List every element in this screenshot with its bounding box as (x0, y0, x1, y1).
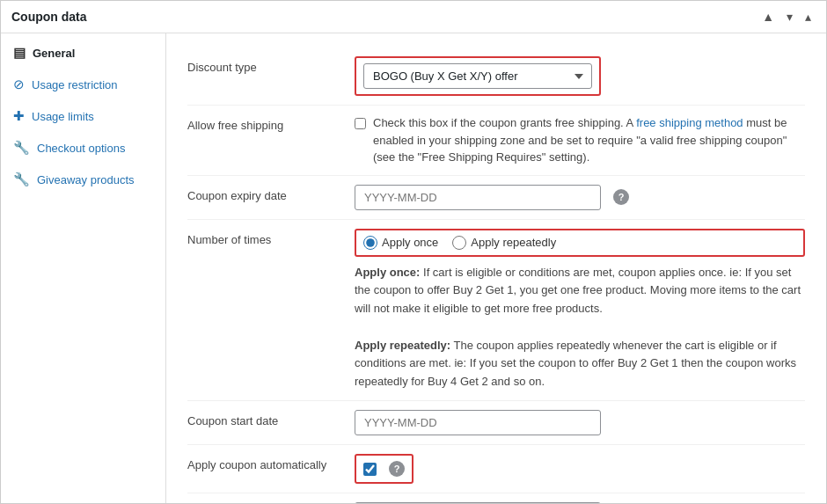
apply-repeatedly-radio[interactable] (452, 236, 466, 250)
sidebar-item-general[interactable]: ▤ General (1, 37, 165, 69)
apply-desc: Apply once: If cart is eligible or condi… (355, 264, 805, 392)
apply-automatically-help-icon[interactable]: ? (389, 461, 405, 477)
apply-automatically-label-text: Apply coupon automatically (187, 458, 326, 471)
free-shipping-checkbox[interactable] (355, 117, 366, 130)
collapse-down-button[interactable]: ▾ (782, 8, 797, 26)
number-of-times-label: Number of times (187, 229, 355, 246)
number-of-times-value: Apply once Apply repeatedly Apply once: … (355, 229, 805, 392)
number-of-times-highlight: Apply once Apply repeatedly (355, 229, 805, 257)
apply-once-label[interactable]: Apply once (363, 236, 438, 250)
sidebar-item-usage-limits[interactable]: ✚ Usage limits (1, 100, 165, 132)
discount-type-select[interactable]: Percentage discount Fixed cart discount … (363, 63, 592, 89)
free-shipping-value: Check this box if the coupon grants free… (355, 114, 805, 166)
apply-once-radio[interactable] (363, 236, 377, 250)
expiry-date-help-icon[interactable]: ? (613, 189, 629, 205)
discount-type-value: Percentage discount Fixed cart discount … (355, 56, 805, 96)
content-area: Discount type Percentage discount Fixed … (166, 33, 826, 503)
expiry-date-input[interactable] (355, 185, 601, 210)
start-date-label: Coupon start date (187, 410, 355, 427)
usage-restriction-icon: ⊘ (13, 77, 25, 92)
title-bar: Coupon data ▲ ▾ ▴ (1, 1, 826, 33)
free-shipping-label: Allow free shipping (187, 114, 355, 132)
sidebar: ▤ General ⊘ Usage restriction ✚ Usage li… (1, 33, 166, 503)
title-bar-controls: ▲ ▾ ▴ (757, 8, 816, 26)
apply-automatically-row: Apply coupon automatically ? (187, 445, 805, 493)
sidebar-label-usage-limits: Usage limits (32, 110, 94, 123)
coupon-data-window: Coupon data ▲ ▾ ▴ ▤ General ⊘ Usage rest… (0, 0, 827, 504)
sidebar-label-general: General (33, 47, 75, 60)
sidebar-item-giveaway-products[interactable]: 🔧 Giveaway products (1, 164, 165, 195)
apply-automatically-label: Apply coupon automatically (187, 454, 355, 471)
free-shipping-row: Allow free shipping Check this box if th… (187, 106, 805, 176)
number-of-times-row: Number of times Apply once Apply repeate… (187, 220, 805, 402)
window-title: Coupon data (11, 10, 87, 24)
giveaway-icon: 🔧 (13, 172, 30, 187)
sidebar-label-checkout-options: Checkout options (37, 142, 125, 155)
sidebar-label-usage-restriction: Usage restriction (32, 78, 118, 91)
sidebar-item-checkout-options[interactable]: 🔧 Checkout options (1, 132, 165, 164)
discount-type-label: Discount type (187, 56, 355, 74)
expiry-date-label: Coupon expiry date (187, 185, 355, 202)
apply-repeatedly-text: Apply repeatedly (471, 236, 556, 249)
sidebar-item-usage-restriction[interactable]: ⊘ Usage restriction (1, 69, 165, 100)
usage-limits-icon: ✚ (13, 108, 25, 124)
start-date-input[interactable] (355, 410, 601, 435)
apply-automatically-checkbox[interactable] (363, 463, 377, 476)
apply-repeatedly-label[interactable]: Apply repeatedly (452, 236, 556, 250)
display-coupon-label: Display coupon in (187, 502, 355, 503)
display-coupon-value: ? (355, 502, 805, 503)
display-coupon-input[interactable] (355, 502, 601, 503)
collapse-up-button[interactable]: ▲ (757, 8, 779, 26)
apply-once-desc: If cart is eligible or conditions are me… (355, 266, 801, 316)
expand-button[interactable]: ▴ (801, 8, 816, 26)
sidebar-label-giveaway-products: Giveaway products (37, 173, 135, 186)
radio-group: Apply once Apply repeatedly (363, 236, 796, 250)
apply-once-text: Apply once (382, 236, 438, 249)
expiry-date-row: Coupon expiry date ? (187, 176, 805, 220)
start-date-value (355, 410, 805, 435)
general-icon: ▤ (13, 45, 26, 61)
checkout-icon: 🔧 (13, 140, 30, 156)
expiry-date-value: ? (355, 185, 805, 210)
discount-type-row: Discount type Percentage discount Fixed … (187, 47, 805, 106)
start-date-row: Coupon start date (187, 401, 805, 445)
apply-repeatedly-strong: Apply repeatedly: (355, 339, 450, 352)
free-shipping-link[interactable]: free shipping method (636, 116, 743, 129)
apply-automatically-highlight: ? (355, 454, 414, 484)
display-coupon-row: Display coupon in ? (187, 493, 805, 503)
discount-type-highlight: Percentage discount Fixed cart discount … (355, 56, 601, 96)
apply-once-strong: Apply once: (355, 266, 420, 279)
free-shipping-text: Check this box if the coupon grants free… (373, 114, 805, 166)
apply-automatically-value: ? (355, 454, 805, 484)
main-layout: ▤ General ⊘ Usage restriction ✚ Usage li… (1, 33, 826, 503)
